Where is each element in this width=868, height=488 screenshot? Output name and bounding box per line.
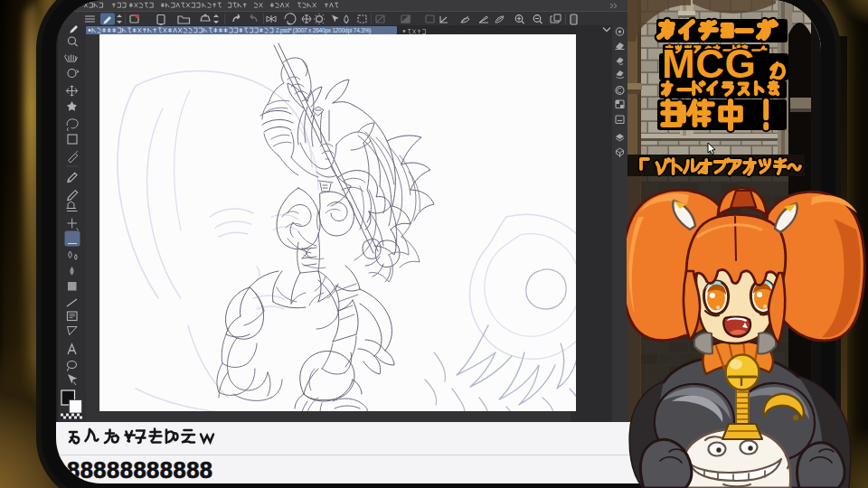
- svg-text:MCG: MCG: [662, 42, 756, 86]
- svg-text:88888888888: 88888888888: [67, 457, 213, 483]
- svg-text:2.psd* (3007 x 2640px 1200dpi: 2.psd* (3007 x 2640px 1200dpi 74.3%): [276, 27, 371, 34]
